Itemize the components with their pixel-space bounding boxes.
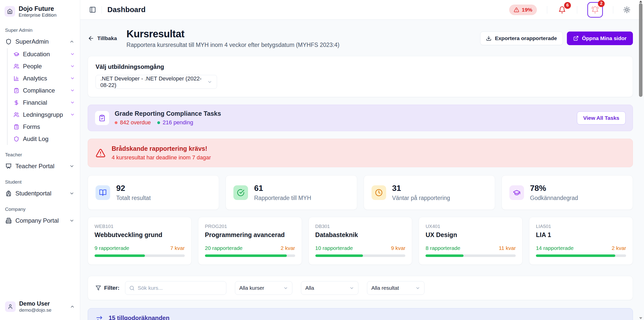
alert-title: Brådskande rapportering krävs!: [112, 145, 211, 152]
chevron-down-icon: [70, 64, 75, 69]
chevron-down-icon: [69, 164, 74, 169]
sidebar-item-people[interactable]: People: [13, 60, 76, 72]
stat-card-waiting: 31 Väntar på rapportering: [364, 175, 495, 210]
scrollbar-down-arrow[interactable]: [639, 317, 642, 319]
sidebar-item-forms[interactable]: Forms: [13, 121, 76, 133]
course-card-prog201[interactable]: PROG201 Programmering avancerad 20 rappo…: [198, 217, 302, 265]
courses-row: WEB101 Webbutveckling grund 9 rapportera…: [88, 217, 633, 265]
course-code: UX401: [425, 224, 516, 229]
view-all-tasks-button[interactable]: View All Tasks: [577, 111, 626, 125]
sidebar-item-audit-log[interactable]: Audit Log: [13, 133, 76, 145]
active-notifications-button[interactable]: 2: [587, 2, 603, 18]
download-icon: [486, 36, 492, 41]
chevron-down-icon: [70, 88, 75, 93]
course-progress-fill: [315, 254, 363, 257]
warning-percentage-value: 19%: [522, 7, 532, 13]
course-remaining: 2 kvar: [281, 245, 295, 251]
main-area: Dashboard 19% 6 2: [80, 0, 644, 320]
course-code: LIA501: [536, 224, 626, 229]
sidebar-item-label: SuperAdmin: [15, 38, 49, 45]
course-reported: 14 rapporterade: [536, 245, 573, 251]
scrollbar-up-arrow[interactable]: [639, 1, 642, 3]
cohort-select[interactable]: .NET Developer - .NET Developer (2022-08…: [96, 75, 217, 89]
status-filter-value: Alla: [305, 285, 314, 291]
search-input[interactable]: [138, 285, 222, 291]
sidebar-item-studentportal[interactable]: Studentportal: [4, 187, 76, 199]
sidebar-item-label: Studentportal: [15, 190, 51, 197]
user-email: demo@dojo.se: [19, 307, 51, 313]
course-progress-fill: [425, 254, 463, 257]
user-name: Demo User: [19, 300, 51, 307]
sidebar-item-label: Teacher Portal: [15, 163, 54, 170]
user-menu[interactable]: Demo User demo@dojo.se: [4, 298, 76, 315]
course-reported: 20 rapporterade: [205, 245, 242, 251]
result-filter-value: Alla resultat: [371, 285, 399, 291]
chevron-down-icon: [69, 191, 74, 196]
pending-dot: [157, 121, 160, 124]
active-notification-count-badge: 2: [598, 0, 605, 7]
stat-label: Väntar på rapportering: [392, 195, 450, 201]
stat-card-approval-rate: 78% Godkännandegrad: [502, 175, 633, 210]
export-unreported-button[interactable]: Exportera orapporterade: [480, 32, 563, 45]
sidebar-item-compliance[interactable]: Compliance: [13, 84, 76, 97]
back-button[interactable]: Tillbaka: [88, 35, 117, 42]
sidebar-item-education[interactable]: Education: [13, 48, 76, 60]
notifications-button[interactable]: 6: [557, 5, 567, 15]
stat-value: 92: [116, 184, 151, 193]
check-circle-icon: [233, 185, 248, 200]
topbar-divider: [547, 6, 547, 14]
sidebar-item-company-portal[interactable]: Company Portal: [4, 215, 76, 227]
sidebar-item-analytics[interactable]: Analytics: [13, 72, 76, 84]
stat-value: 61: [254, 184, 311, 193]
course-filter-select[interactable]: Alla kurser: [235, 281, 292, 295]
open-mina-sidor-button[interactable]: Öppna Mina sidor: [567, 32, 633, 45]
course-card-web101[interactable]: WEB101 Webbutveckling grund 9 rapportera…: [88, 217, 192, 265]
users-icon: [14, 64, 19, 69]
sidebar-item-label: Audit Log: [23, 135, 48, 142]
sidebar-item-superadmin[interactable]: SuperAdmin: [4, 36, 76, 48]
arrow-left-icon: [88, 35, 94, 42]
superadmin-submenu: Education People Analytics Compliance Fi: [7, 48, 76, 145]
course-progress-track: [315, 254, 406, 257]
filter-label: Filter:: [104, 285, 119, 291]
urgent-report-alert: Brådskande rapportering krävs! 4 kursres…: [88, 139, 633, 167]
home-icon: [5, 6, 15, 17]
users-icon: [14, 112, 19, 118]
topbar-divider: [613, 6, 613, 14]
chevron-up-icon: [70, 304, 75, 309]
external-link-icon: [573, 36, 579, 41]
course-card-lia501[interactable]: LIA501 LIA 1 14 rapporterade 2 kvar: [529, 217, 633, 265]
sidebar-item-label: People: [23, 63, 42, 70]
notification-count-badge: 6: [564, 2, 571, 9]
status-filter-select[interactable]: Alla: [301, 281, 358, 295]
filter-icon: [96, 285, 101, 291]
clock-icon: [372, 185, 386, 200]
chevron-down-icon: [207, 79, 212, 84]
building-icon: [6, 218, 12, 224]
theme-toggle-button[interactable]: [623, 6, 630, 13]
course-name: Webbutveckling grund: [95, 231, 185, 239]
sidebar-toggle-button[interactable]: [89, 6, 96, 13]
scrollbar-thumb[interactable]: [639, 3, 642, 97]
open-mina-sidor-label: Öppna Mina sidor: [582, 35, 627, 41]
course-card-db301[interactable]: DB301 Databasteknik 10 rapporterade 9 kv…: [309, 217, 412, 265]
sidebar-item-label: Financial: [23, 99, 47, 106]
chevron-down-icon: [415, 286, 420, 290]
clipboard-list-icon: [14, 124, 19, 130]
stat-label: Rapporterade till MYH: [254, 195, 311, 201]
course-name: Programmering avancerad: [205, 231, 295, 239]
warning-percentage-badge[interactable]: 19%: [509, 5, 537, 15]
section-label-teacher: Teacher: [5, 152, 76, 158]
topbar: Dashboard 19% 6 2: [80, 0, 644, 20]
stat-value: 78%: [530, 184, 578, 193]
sidebar-item-ledningsgrupp[interactable]: Ledningsgrupp: [13, 109, 76, 121]
app-window: Dojo Future Enterprise Edition Super Adm…: [0, 0, 644, 320]
scrollbar: [637, 0, 644, 320]
sidebar-item-label: Education: [23, 51, 50, 58]
sidebar-item-financial[interactable]: Financial: [13, 97, 76, 109]
result-filter-select[interactable]: Alla resultat: [367, 281, 424, 295]
chevron-down-icon: [69, 218, 74, 223]
course-card-ux401[interactable]: UX401 UX Design 8 rapporterade 11 kvar: [419, 217, 523, 265]
sidebar-item-teacher-portal[interactable]: Teacher Portal: [4, 160, 76, 172]
sidebar-spacer: [4, 227, 76, 299]
